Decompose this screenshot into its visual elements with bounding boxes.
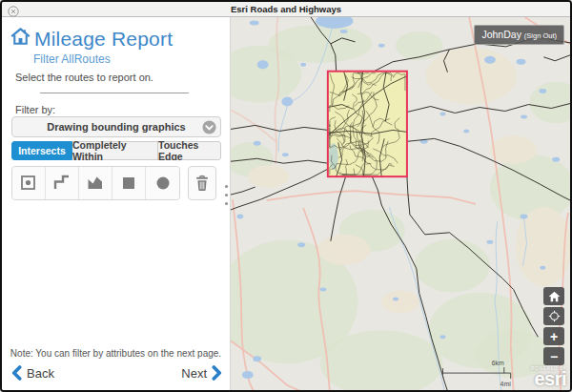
map-view[interactable]: 6km 4mi JohnDay (Sign Out) bbox=[231, 17, 570, 391]
user-name: JohnDay bbox=[481, 29, 521, 40]
home-house-icon bbox=[10, 26, 31, 52]
polyline-icon bbox=[51, 173, 72, 194]
polygon-icon bbox=[85, 173, 106, 194]
filter-method-dropdown[interactable]: Drawing bounding graphics bbox=[11, 116, 221, 137]
draw-toolbar bbox=[11, 166, 216, 200]
draw-point-extent-button[interactable] bbox=[12, 167, 46, 199]
draw-tool-group bbox=[11, 166, 180, 200]
scale-mi-label: 4mi bbox=[500, 381, 512, 387]
home-icon bbox=[548, 291, 561, 302]
zoom-out-button[interactable]: − bbox=[543, 347, 564, 365]
panel-collapse-handle[interactable] bbox=[225, 185, 228, 205]
chevron-left-icon bbox=[11, 365, 22, 381]
draw-polyline-button[interactable] bbox=[46, 167, 79, 199]
window-titlebar: Esri Roads and Highways bbox=[2, 2, 570, 17]
rectangle-icon bbox=[118, 173, 139, 194]
chevron-down-icon[interactable] bbox=[202, 120, 216, 138]
page-title: Mileage Report bbox=[34, 28, 173, 51]
draw-circle-button[interactable] bbox=[146, 167, 179, 199]
tab-intersects[interactable]: Intersects bbox=[11, 141, 72, 160]
draw-rectangle-button[interactable] bbox=[112, 167, 146, 199]
tab-completely-within[interactable]: Completely Within bbox=[72, 141, 158, 160]
instruction-text: Select the routes to report on. bbox=[15, 72, 153, 83]
home-extent-button[interactable] bbox=[543, 287, 564, 305]
next-button[interactable]: Next bbox=[181, 365, 222, 381]
divider-line bbox=[40, 93, 189, 93]
sign-out-label: (Sign Out) bbox=[524, 31, 557, 40]
window-title: Esri Roads and Highways bbox=[2, 2, 570, 17]
circle-icon bbox=[153, 173, 174, 194]
dropdown-selected-value: Drawing bounding graphics bbox=[47, 121, 185, 133]
back-button[interactable]: Back bbox=[11, 365, 54, 381]
trash-icon bbox=[193, 173, 212, 194]
back-label: Back bbox=[27, 366, 54, 381]
lake-inside-extent bbox=[329, 143, 338, 170]
panel-header: Mileage Report bbox=[10, 26, 173, 52]
note-text: Note: You can filter by attributes on th… bbox=[2, 348, 230, 359]
filter-by-label: Filter by: bbox=[15, 104, 55, 115]
chevron-right-icon bbox=[212, 365, 222, 381]
draw-polygon-button[interactable] bbox=[79, 167, 112, 199]
clear-graphics-button[interactable] bbox=[188, 166, 216, 200]
user-sign-out-button[interactable]: JohnDay (Sign Out) bbox=[474, 25, 564, 45]
zoom-in-button[interactable]: + bbox=[543, 327, 564, 345]
basemap-canvas: 6km 4mi bbox=[231, 17, 570, 391]
locate-icon bbox=[547, 309, 562, 323]
page-subtitle: Filter AllRoutes bbox=[33, 52, 111, 66]
scale-km-label: 6km bbox=[492, 360, 504, 366]
app-window: Esri Roads and Highways Mileage Report F… bbox=[0, 0, 572, 392]
point-extent-icon bbox=[18, 173, 39, 194]
next-label: Next bbox=[181, 366, 207, 381]
mileage-report-panel: Mileage Report Filter AllRoutes Select t… bbox=[2, 17, 231, 391]
spatial-filter-tabs: Intersects Completely Within Touches Edg… bbox=[11, 141, 221, 160]
locate-button[interactable] bbox=[543, 307, 564, 325]
map-controls: + − bbox=[543, 287, 564, 365]
selection-extent-fill bbox=[328, 72, 407, 176]
tab-touches-edge[interactable]: Touches Edge bbox=[158, 141, 221, 160]
